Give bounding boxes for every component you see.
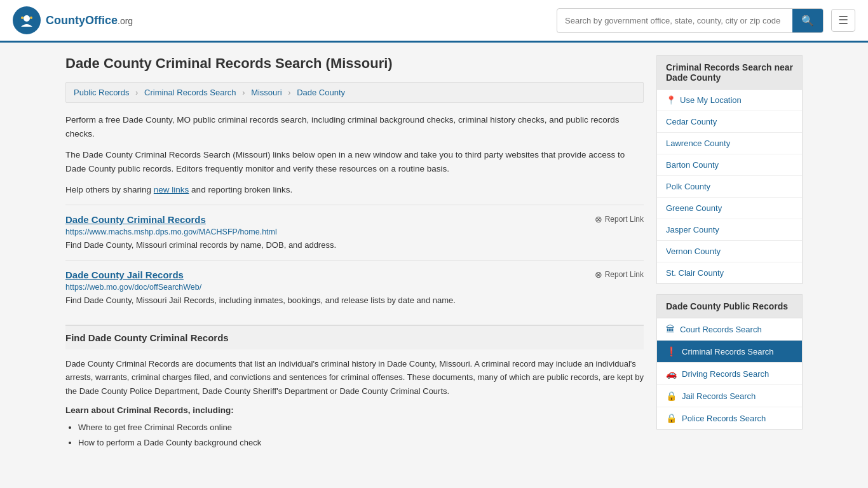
public-record-item-3: 🔒 Jail Records Search	[657, 385, 802, 407]
nearby-county-6: Vernon County	[657, 241, 802, 262]
nearby-county-7: St. Clair County	[657, 262, 802, 283]
bullet-item-0: Where to get free Criminal Records onlin…	[78, 420, 644, 435]
search-button[interactable]: 🔍	[792, 9, 823, 32]
nearby-county-1: Lawrence County	[657, 133, 802, 154]
result-header-0: Dade County Criminal Records ⊗ Report Li…	[65, 214, 644, 227]
page-title: Dade County Criminal Records Search (Mis…	[65, 55, 644, 72]
nearby-county-link-3[interactable]: Polk County	[657, 176, 802, 197]
desc-para-2: The Dade County Criminal Records Search …	[65, 148, 644, 175]
public-record-icon-1: ❗	[666, 346, 677, 356]
nearby-title: Criminal Records Search near Dade County	[657, 56, 802, 90]
nearby-county-link-7[interactable]: St. Clair County	[657, 262, 802, 283]
nearby-county-link-4[interactable]: Greene County	[657, 198, 802, 219]
breadcrumb-dade-county[interactable]: Dade County	[297, 88, 345, 97]
result-header-1: Dade County Jail Records ⊗ Report Link	[65, 269, 644, 283]
nearby-county-4: Greene County	[657, 198, 802, 219]
nearby-county-2: Barton County	[657, 154, 802, 176]
result-title-1[interactable]: Dade County Jail Records	[65, 269, 184, 280]
public-record-icon-0: 🏛	[666, 324, 675, 334]
nearby-county-5: Jasper County	[657, 219, 802, 241]
public-records-box: Dade County Public Records 🏛 Court Recor…	[656, 294, 803, 430]
result-title-0[interactable]: Dade County Criminal Records	[65, 214, 206, 225]
public-record-icon-4: 🔒	[666, 413, 677, 423]
result-url-0: https://www.machs.mshp.dps.mo.gov/MACHSF…	[65, 227, 644, 236]
nearby-county-3: Polk County	[657, 176, 802, 198]
nearby-counties-box: Criminal Records Search near Dade County…	[656, 55, 803, 284]
logo-icon	[13, 6, 41, 34]
report-label-0: Report Link	[605, 215, 644, 224]
public-record-link-4[interactable]: 🔒 Police Records Search	[657, 407, 802, 429]
page-container: Dade County Criminal Records Search (Mis…	[53, 43, 815, 463]
use-my-location-item: 📍Use My Location	[657, 90, 802, 111]
public-record-label-4: Police Records Search	[682, 414, 766, 423]
svg-point-3	[30, 17, 32, 19]
svg-point-2	[21, 17, 24, 19]
nearby-county-link-0[interactable]: Cedar County	[657, 111, 802, 132]
public-records-title: Dade County Public Records	[657, 295, 802, 318]
report-icon-1: ⊗	[595, 269, 602, 280]
nearby-county-0: Cedar County	[657, 111, 802, 133]
svg-point-1	[24, 15, 30, 22]
breadcrumb-public-records[interactable]: Public Records	[74, 88, 129, 97]
public-record-label-2: Driving Records Search	[682, 369, 769, 379]
public-records-list: 🏛 Court Records Search ❗ Criminal Record…	[657, 318, 802, 429]
new-links-link[interactable]: new links	[154, 185, 189, 194]
header-right: 🔍 ☰	[557, 8, 855, 33]
find-section-heading: Find Dade County Criminal Records	[65, 325, 644, 349]
nearby-county-link-1[interactable]: Lawrence County	[657, 133, 802, 154]
find-section-body: Dade County Criminal Records are documen…	[65, 357, 644, 398]
report-label-1: Report Link	[605, 270, 644, 279]
nearby-county-link-5[interactable]: Jasper County	[657, 219, 802, 240]
report-icon-0: ⊗	[595, 214, 602, 224]
breadcrumb: Public Records › Criminal Records Search…	[65, 82, 644, 103]
menu-button[interactable]: ☰	[831, 9, 855, 32]
public-record-item-0: 🏛 Court Records Search	[657, 318, 802, 341]
public-record-item-4: 🔒 Police Records Search	[657, 407, 802, 429]
public-record-icon-2: 🚗	[666, 369, 677, 379]
nearby-county-link-2[interactable]: Barton County	[657, 154, 802, 175]
public-record-link-3[interactable]: 🔒 Jail Records Search	[657, 385, 802, 407]
public-record-icon-3: 🔒	[666, 391, 677, 401]
report-link-1[interactable]: ⊗ Report Link	[595, 269, 644, 280]
result-cards: Dade County Criminal Records ⊗ Report Li…	[65, 205, 644, 313]
report-link-0[interactable]: ⊗ Report Link	[595, 214, 644, 224]
desc-para-1: Perform a free Dade County, MO public cr…	[65, 113, 644, 140]
desc-para-3: Help others by sharing new links and rep…	[65, 183, 644, 197]
public-record-label-3: Jail Records Search	[682, 391, 756, 401]
public-record-item-1: ❗ Criminal Records Search	[657, 341, 802, 363]
location-pin-icon: 📍	[666, 95, 676, 105]
result-desc-1: Find Dade County, Missouri Jail Records,…	[65, 294, 644, 307]
public-record-link-2[interactable]: 🚗 Driving Records Search	[657, 363, 802, 384]
public-record-link-1[interactable]: ❗ Criminal Records Search	[657, 341, 802, 362]
public-record-link-0[interactable]: 🏛 Court Records Search	[657, 318, 802, 340]
result-desc-0: Find Dade County, Missouri criminal reco…	[65, 239, 644, 252]
result-card-0: Dade County Criminal Records ⊗ Report Li…	[65, 205, 644, 258]
result-url-1: https://web.mo.gov/doc/offSearchWeb/	[65, 283, 644, 292]
logo-area: CountyOffice.org	[13, 6, 133, 34]
site-header: CountyOffice.org 🔍 ☰	[0, 0, 868, 43]
nearby-list: 📍Use My Location Cedar CountyLawrence Co…	[657, 90, 802, 283]
use-my-location-link[interactable]: 📍Use My Location	[657, 90, 802, 111]
bullet-item-1: How to perform a Dade County background …	[78, 435, 644, 450]
search-bar: 🔍	[557, 8, 824, 33]
breadcrumb-missouri[interactable]: Missouri	[251, 88, 281, 97]
learn-bullets: Where to get free Criminal Records onlin…	[78, 420, 644, 450]
breadcrumb-criminal-records[interactable]: Criminal Records Search	[144, 88, 236, 97]
public-record-label-0: Court Records Search	[680, 325, 762, 334]
search-input[interactable]	[557, 11, 792, 30]
sidebar: Criminal Records Search near Dade County…	[656, 55, 803, 450]
main-content: Dade County Criminal Records Search (Mis…	[65, 55, 644, 450]
result-card-1: Dade County Jail Records ⊗ Report Link h…	[65, 260, 644, 313]
public-record-item-2: 🚗 Driving Records Search	[657, 363, 802, 385]
nearby-county-link-6[interactable]: Vernon County	[657, 241, 802, 262]
logo-text: CountyOffice.org	[46, 14, 133, 27]
learn-heading: Learn about Criminal Records, including:	[65, 405, 644, 415]
public-record-label-1: Criminal Records Search	[682, 347, 774, 356]
